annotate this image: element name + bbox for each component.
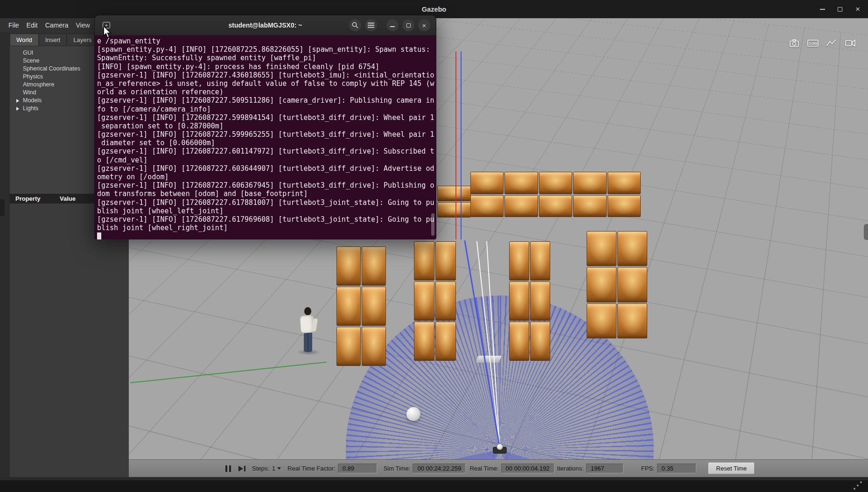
right-panel-collapse-handle[interactable] xyxy=(864,224,868,240)
terminal-line: separation set to [0.287000m] xyxy=(97,122,436,130)
terminal-line: blish joint [wheel_right_joint] xyxy=(97,224,436,232)
tree-item-label: Physics xyxy=(23,73,43,80)
hamburger-menu-icon[interactable] xyxy=(365,19,377,31)
wooden-box xyxy=(336,246,361,286)
minimize-icon[interactable] xyxy=(819,6,826,13)
terminal-line: [spawn_entity.py-4] [INFO] [1726087225.8… xyxy=(97,45,436,54)
distant-object[interactable] xyxy=(476,356,501,363)
fps-value: 0.35 xyxy=(657,464,696,473)
wooden-box xyxy=(573,172,606,194)
terminal-line: SpawnEntity: Successfully spawned entity… xyxy=(97,54,436,62)
wooden-box xyxy=(437,186,471,201)
wooden-box xyxy=(608,195,641,218)
expand-arrow-icon[interactable] xyxy=(16,99,19,103)
wooden-box xyxy=(509,322,529,361)
tab-world[interactable]: World xyxy=(10,34,39,46)
terminal-line: fo to [/camera/camera_info] xyxy=(97,105,436,113)
step-button[interactable] xyxy=(238,466,245,471)
wooden-box xyxy=(414,322,434,361)
bottom-strip xyxy=(0,480,868,492)
vertical-axis-red-line xyxy=(455,51,456,239)
terminal-body[interactable]: e /spawn_entity[spawn_entity.py-4] [INFO… xyxy=(95,35,436,239)
wooden-box xyxy=(437,202,471,218)
window-controls: × xyxy=(819,0,861,18)
terminal-scrollbar[interactable] xyxy=(431,213,434,236)
panel-collapse-handle[interactable] xyxy=(0,199,5,216)
search-icon[interactable] xyxy=(349,19,361,31)
terminal-line: [gzserver-1] [INFO] [1726087227.60114797… xyxy=(97,147,436,155)
expand-arrow-icon[interactable] xyxy=(16,107,19,111)
menu-item-view[interactable]: View xyxy=(76,20,90,31)
terminal-cursor xyxy=(97,232,101,239)
terminal-window[interactable]: + student@labMGJSX0: ~ × e /spawn_entity… xyxy=(94,15,436,239)
menu-item-edit[interactable]: Edit xyxy=(27,20,38,31)
plot-icon[interactable] xyxy=(825,38,838,48)
tree-item-label: Wind xyxy=(23,89,36,96)
terminal-line: [gzserver-1] [INFO] [1726087227.61796960… xyxy=(97,215,436,224)
person-head xyxy=(304,307,311,315)
wooden-box xyxy=(435,241,456,281)
wooden-box xyxy=(530,241,550,281)
terminal-line: [gzserver-1] [INFO] [1726087227.60636794… xyxy=(97,181,436,190)
sphere-model[interactable] xyxy=(406,407,420,421)
wooden-box xyxy=(362,327,386,366)
box-stack[interactable] xyxy=(587,231,647,338)
wooden-box xyxy=(530,281,550,321)
box-stack[interactable] xyxy=(414,241,456,361)
log-record-icon[interactable]: LOG xyxy=(806,38,819,48)
steps-value[interactable]: 1 xyxy=(272,465,275,472)
box-stack[interactable] xyxy=(470,172,641,217)
terminal-maximize-icon[interactable] xyxy=(402,19,414,31)
resize-grip-icon[interactable] xyxy=(857,485,859,486)
viewport-toolbar: LOG xyxy=(788,38,857,48)
terminal-line: blish joint [wheel_left_joint] xyxy=(97,207,436,215)
terminal-title: student@labMGJSX0: ~ xyxy=(229,21,302,29)
wooden-box xyxy=(435,322,456,361)
person-legs xyxy=(304,330,312,352)
box-stack[interactable] xyxy=(509,241,550,361)
video-record-icon[interactable] xyxy=(844,38,857,48)
reset-time-button[interactable]: Reset Time xyxy=(708,463,755,474)
sim-time-value: 00 00:24:22.259 xyxy=(413,464,466,473)
pause-button[interactable] xyxy=(224,465,232,472)
wooden-box xyxy=(504,172,538,194)
person-model[interactable] xyxy=(294,304,324,357)
wooden-box xyxy=(539,172,572,194)
wooden-box xyxy=(435,281,456,321)
terminal-close-icon[interactable]: × xyxy=(418,19,430,31)
wooden-box xyxy=(362,246,386,286)
terminal-line: [gzserver-1] [INFO] [1726087227.43601865… xyxy=(97,71,436,79)
turtlebot-model[interactable] xyxy=(493,443,507,455)
mouse-cursor-icon xyxy=(102,26,112,38)
box-stack[interactable] xyxy=(336,246,386,366)
real-time-label: Real Time: xyxy=(469,465,498,472)
terminal-line: n_as_reference> is unset, using default … xyxy=(97,79,436,88)
terminal-headerbar[interactable]: + student@labMGJSX0: ~ × xyxy=(95,15,436,35)
tab-layers[interactable]: Layers xyxy=(67,34,98,46)
wooden-box xyxy=(470,172,504,194)
wooden-box xyxy=(336,287,361,326)
steps-caret-icon[interactable] xyxy=(277,467,281,470)
tree-item-label: Lights xyxy=(23,105,38,112)
rtf-value: 0.89 xyxy=(338,464,377,473)
menu-item-camera[interactable]: Camera xyxy=(45,20,69,31)
wooden-box xyxy=(573,195,606,218)
close-icon[interactable]: × xyxy=(854,6,861,13)
rtf-label: Real Time Factor: xyxy=(287,465,336,472)
terminal-line: ometry on [/odom] xyxy=(97,173,436,181)
box-stack[interactable] xyxy=(437,186,471,218)
tab-insert[interactable]: Insert xyxy=(39,34,67,46)
screenshot-icon[interactable] xyxy=(788,38,801,48)
terminal-line: orld as orientation reference) xyxy=(97,88,436,96)
desktop: Gazebo × FileEditCameraView WorldInsertL… xyxy=(0,0,868,492)
tree-item-label: Atmosphere xyxy=(23,81,54,88)
tree-item-label: Scene xyxy=(23,57,39,64)
terminal-minimize-icon[interactable] xyxy=(386,19,399,31)
maximize-icon[interactable] xyxy=(836,6,844,13)
value-column-header: Value xyxy=(60,194,76,204)
menu-item-file[interactable]: File xyxy=(8,20,19,31)
iterations-label: Iterations: xyxy=(557,465,584,472)
wooden-box xyxy=(362,287,386,326)
wooden-box xyxy=(608,172,641,194)
svg-text:LOG: LOG xyxy=(809,42,817,46)
